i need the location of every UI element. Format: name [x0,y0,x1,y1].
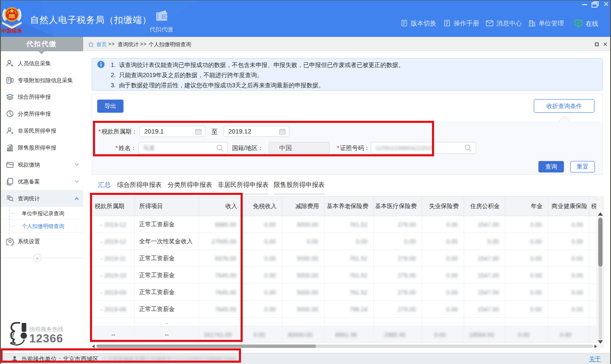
svg-text:中国税务: 中国税务 [1,28,23,33]
